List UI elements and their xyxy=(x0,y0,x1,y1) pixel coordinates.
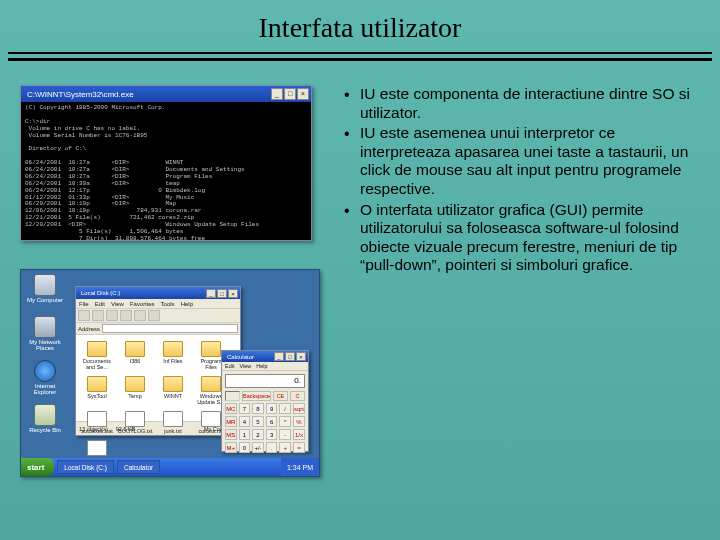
menu-item[interactable]: Favorites xyxy=(130,301,155,307)
up-button[interactable] xyxy=(106,310,118,321)
minimize-icon[interactable]: _ xyxy=(274,352,284,361)
explorer-toolbar xyxy=(76,309,240,323)
calc-key[interactable]: 6 xyxy=(266,416,278,427)
calc-key[interactable]: 0 xyxy=(239,442,251,453)
calc-key[interactable]: 9 xyxy=(266,403,278,414)
slide-content: C:\WINNT\System32\cmd.exe _ □ × (C) Copy… xyxy=(0,61,720,477)
maximize-icon[interactable]: □ xyxy=(217,289,227,298)
calc-key[interactable]: MC xyxy=(225,403,237,414)
folder-item[interactable]: WINNT xyxy=(156,376,190,405)
close-icon[interactable]: × xyxy=(228,289,238,298)
calc-c[interactable]: C xyxy=(290,391,305,401)
menu-item[interactable]: Edit xyxy=(95,301,105,307)
search-button[interactable] xyxy=(120,310,132,321)
cmd-title-text: C:\WINNT\System32\cmd.exe xyxy=(23,90,271,99)
calc-key[interactable]: MR xyxy=(225,416,237,427)
item-label: junk.txt xyxy=(156,428,190,434)
menu-item[interactable]: View xyxy=(239,363,251,369)
calc-key[interactable]: 3 xyxy=(266,429,278,440)
desktop-icon-network[interactable]: My Network Places xyxy=(25,316,65,351)
calc-key[interactable]: = xyxy=(293,442,305,453)
calc-key[interactable]: + xyxy=(279,442,291,453)
folder-icon xyxy=(87,341,107,357)
item-label: SysTool xyxy=(80,393,114,399)
item-label: WINNT xyxy=(156,393,190,399)
calc-memory-indicator xyxy=(225,391,240,401)
start-button[interactable]: start xyxy=(21,458,54,476)
cmd-window-controls: _ □ × xyxy=(271,88,309,100)
calc-key[interactable]: 4 xyxy=(239,416,251,427)
folders-button[interactable] xyxy=(134,310,146,321)
calc-key[interactable]: MS xyxy=(225,429,237,440)
desktop-icon-recycle[interactable]: Recycle Bin xyxy=(25,404,65,433)
icon-label: My Network Places xyxy=(25,339,65,351)
desktop-icon-my-computer[interactable]: My Computer xyxy=(25,274,65,303)
cmd-titlebar: C:\WINNT\System32\cmd.exe _ □ × xyxy=(21,86,311,102)
minimize-icon[interactable]: _ xyxy=(271,88,283,100)
calc-key[interactable]: 1 xyxy=(239,429,251,440)
desktop-icon-ie[interactable]: Internet Explorer xyxy=(25,360,65,395)
calc-key[interactable]: 1/x xyxy=(293,429,305,440)
calc-key[interactable]: 7 xyxy=(239,403,251,414)
calc-key[interactable]: % xyxy=(293,416,305,427)
calc-key[interactable]: +/- xyxy=(252,442,264,453)
computer-icon xyxy=(34,274,56,296)
item-label: Documents and Se... xyxy=(80,358,114,370)
taskbar-item[interactable]: Local Disk (C:) xyxy=(57,460,114,474)
views-button[interactable] xyxy=(148,310,160,321)
calc-key[interactable]: M+ xyxy=(225,442,237,453)
back-button[interactable] xyxy=(78,310,90,321)
folder-item[interactable]: Documents and Se... xyxy=(80,341,114,370)
folder-icon xyxy=(201,376,221,392)
system-tray-clock: 1:34 PM xyxy=(281,458,319,476)
bullet-item: O interfata utilizator grafica (GUI) per… xyxy=(340,201,692,275)
menu-item[interactable]: Edit xyxy=(225,363,234,369)
menu-item[interactable]: Tools xyxy=(161,301,175,307)
calc-key[interactable]: 8 xyxy=(252,403,264,414)
calc-ce[interactable]: CE xyxy=(273,391,288,401)
calc-key[interactable]: 2 xyxy=(252,429,264,440)
explorer-titlebar: Local Disk (C:) _ □ × xyxy=(76,287,240,299)
calc-display: 0. xyxy=(225,374,305,388)
menu-item[interactable]: View xyxy=(111,301,124,307)
calc-backspace[interactable]: Backspace xyxy=(242,391,271,401)
menu-item[interactable]: Help xyxy=(181,301,193,307)
icon-label: My Computer xyxy=(25,297,65,303)
folder-item[interactable]: Temp xyxy=(118,376,152,405)
explorer-title-text: Local Disk (C:) xyxy=(78,290,206,296)
taskbar-item[interactable]: Calculator xyxy=(117,460,160,474)
folder-icon xyxy=(125,341,145,357)
folder-icon xyxy=(87,376,107,392)
bullet-item: IU este asemenea unui interpretor ce int… xyxy=(340,124,692,198)
folder-icon xyxy=(201,341,221,357)
close-icon[interactable]: × xyxy=(297,88,309,100)
folder-item[interactable]: SysTool xyxy=(80,376,114,405)
calc-key[interactable]: sqrt xyxy=(293,403,305,414)
calc-key[interactable]: * xyxy=(279,416,291,427)
calc-key[interactable]: . xyxy=(266,442,278,453)
address-field[interactable] xyxy=(102,324,238,333)
explorer-window: Local Disk (C:) _ □ × File Edit View Fav… xyxy=(75,286,241,436)
item-label: Inf Files xyxy=(156,358,190,364)
folder-icon xyxy=(125,376,145,392)
menu-item[interactable]: File xyxy=(79,301,89,307)
folder-item[interactable]: Inf Files xyxy=(156,341,190,370)
slide-title: Interfata utilizator xyxy=(0,0,720,52)
title-rule-thin xyxy=(8,52,712,54)
menu-item[interactable]: Help xyxy=(256,363,267,369)
maximize-icon[interactable]: □ xyxy=(284,88,296,100)
status-size: 92.5 KB xyxy=(116,426,136,432)
calculator-window: Calculator _ □ × Edit View Help 0. Backs… xyxy=(221,350,309,452)
minimize-icon[interactable]: _ xyxy=(206,289,216,298)
status-objects: 13 object(s) xyxy=(79,426,108,432)
item-label: I386 xyxy=(118,358,152,364)
maximize-icon[interactable]: □ xyxy=(285,352,295,361)
file-icon xyxy=(163,411,183,427)
folder-item[interactable]: I386 xyxy=(118,341,152,370)
calc-key[interactable]: - xyxy=(279,429,291,440)
file-item[interactable]: junk.txt xyxy=(156,411,190,434)
calc-key[interactable]: / xyxy=(279,403,291,414)
calc-key[interactable]: 5 xyxy=(252,416,264,427)
close-icon[interactable]: × xyxy=(296,352,306,361)
forward-button[interactable] xyxy=(92,310,104,321)
